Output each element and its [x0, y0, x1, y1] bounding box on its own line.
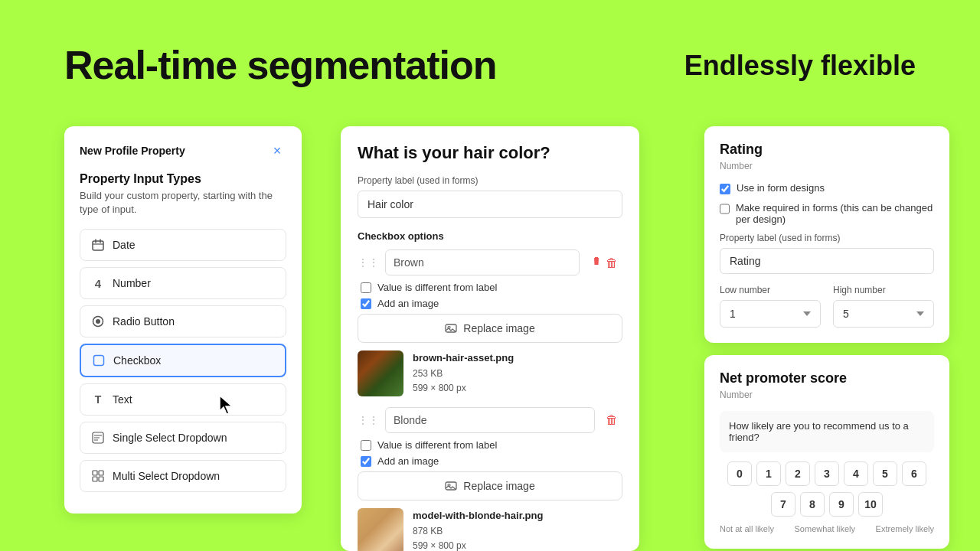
image-preview-2: model-with-blonde-hair.png 878 KB 599 × … — [358, 508, 622, 551]
low-number-select[interactable]: 1 2 3 — [720, 300, 821, 328]
delete-option1-button[interactable]: 🗑 — [586, 253, 622, 272]
type-item-number[interactable]: 4 Number — [80, 267, 286, 299]
option-row-brown: ⋮⋮ 🗑 Value is different from label Add a… — [358, 249, 622, 396]
nps-question: How likely are you to recommend us to a … — [720, 411, 934, 452]
low-number-col: Low number 1 2 3 — [720, 285, 821, 328]
number-icon: 4 — [91, 276, 105, 290]
property-label-text: Property label (used in forms) — [358, 175, 622, 186]
type-label-multi-dropdown: Multi Select Dropdown — [113, 470, 220, 482]
image-info-1: brown-hair-asset.png 253 KB 599 × 800 px — [413, 350, 514, 396]
nps-num-3[interactable]: 3 — [815, 461, 839, 486]
nps-numbers-row2: 7 8 9 10 — [720, 492, 934, 517]
high-number-label: High number — [833, 285, 934, 295]
type-label-radio: Radio Button — [113, 315, 175, 328]
type-item-multi-dropdown[interactable]: Multi Select Dropdown — [80, 460, 286, 492]
svg-rect-14 — [99, 477, 103, 481]
type-label-text: Text — [113, 393, 132, 406]
section-title: Property Input Types — [80, 172, 286, 186]
svg-rect-11 — [93, 471, 97, 475]
add-image-label-2: Add an image — [377, 455, 439, 467]
nps-num-6[interactable]: 6 — [902, 461, 926, 486]
type-item-radio[interactable]: Radio Button — [80, 305, 286, 337]
svg-rect-0 — [93, 241, 103, 250]
hair-color-input[interactable] — [358, 191, 622, 218]
img-size-1: 253 KB — [413, 367, 514, 381]
svg-rect-6 — [94, 356, 104, 366]
value-diff-checkbox-1[interactable] — [361, 282, 371, 293]
nps-label-mid: Somewhat likely — [795, 524, 855, 533]
rating-property-label-input[interactable] — [720, 248, 934, 274]
replace-image-label-2: Replace image — [463, 480, 534, 492]
type-label-number: Number — [113, 277, 151, 289]
nps-num-8[interactable]: 8 — [800, 492, 825, 517]
drag-handle-2[interactable]: ⋮⋮ — [358, 414, 379, 426]
image-info-2: model-with-blonde-hair.png 878 KB 599 × … — [413, 508, 543, 551]
delete-option2-button[interactable]: 🗑 — [601, 412, 622, 429]
type-item-checkbox[interactable]: Checkbox — [80, 344, 286, 377]
use-in-forms-checkbox[interactable] — [720, 184, 730, 194]
nps-num-1[interactable]: 1 — [756, 461, 781, 486]
blonde-hair-thumbnail — [358, 508, 403, 551]
add-image-label-1: Add an image — [377, 298, 439, 309]
replace-image-button-2[interactable]: Replace image — [358, 471, 622, 500]
nps-label-right: Extremely likely — [876, 524, 934, 533]
nps-num-10[interactable]: 10 — [858, 492, 883, 517]
close-button[interactable]: × — [268, 142, 286, 160]
type-label-checkbox: Checkbox — [113, 354, 161, 367]
nps-num-5[interactable]: 5 — [873, 461, 897, 486]
rating-type: Number — [720, 161, 934, 171]
nps-num-2[interactable]: 2 — [786, 461, 810, 486]
type-item-single-dropdown[interactable]: Single Select Dropdown — [80, 422, 286, 454]
nps-labels: Not at all likely Somewhat likely Extrem… — [720, 524, 934, 533]
svg-point-5 — [96, 319, 100, 324]
make-required-checkbox[interactable] — [720, 204, 730, 214]
nps-numbers-row1: 0 1 2 3 4 5 6 — [720, 461, 934, 486]
high-number-select[interactable]: 3 4 5 6 7 8 9 10 — [833, 300, 934, 328]
nps-num-0[interactable]: 0 — [727, 461, 752, 486]
page-title: Real-time segmentation — [64, 42, 497, 88]
value-diff-checkbox-2[interactable] — [361, 440, 371, 451]
img-size-2: 878 KB — [413, 524, 543, 539]
high-number-col: High number 3 4 5 6 7 8 9 10 — [833, 285, 934, 328]
type-label-single-dropdown: Single Select Dropdown — [113, 432, 227, 444]
single-dropdown-icon — [91, 431, 105, 445]
panel-title: New Profile Property — [80, 145, 185, 157]
type-item-date[interactable]: Date — [80, 229, 286, 261]
low-number-label: Low number — [720, 285, 821, 295]
make-required-row: Make required in forms (this can be chan… — [720, 202, 934, 225]
multi-dropdown-icon — [91, 469, 105, 483]
brown-hair-thumbnail — [358, 350, 403, 396]
value-diff-label-2: Value is different from label — [377, 439, 497, 451]
radio-icon — [91, 315, 105, 328]
use-in-forms-label: Use in form designs — [737, 182, 825, 194]
use-in-forms-row: Use in form designs — [720, 182, 934, 194]
page-subtitle: Endlessly flexible — [684, 50, 916, 82]
add-image-checkbox-1[interactable] — [361, 298, 371, 309]
rating-title: Rating — [720, 142, 934, 158]
text-icon: T — [91, 393, 105, 406]
img-name-2: model-with-blonde-hair.png — [413, 508, 543, 524]
option1-input[interactable] — [385, 249, 580, 276]
nps-num-9[interactable]: 9 — [829, 492, 854, 517]
nps-num-4[interactable]: 4 — [844, 461, 868, 486]
middle-panel: What is your hair color? Property label … — [341, 126, 639, 551]
drag-handle-1[interactable]: ⋮⋮ — [358, 256, 379, 269]
svg-rect-12 — [99, 471, 103, 475]
checkbox-options-label: Checkbox options — [358, 230, 622, 242]
nps-num-7[interactable]: 7 — [771, 492, 795, 517]
range-row: Low number 1 2 3 High number 3 4 5 6 7 8… — [720, 285, 934, 328]
svg-rect-13 — [93, 477, 97, 481]
nps-type: Number — [720, 390, 934, 400]
value-diff-label-1: Value is different from label — [377, 282, 497, 293]
option2-input[interactable] — [385, 407, 595, 433]
option-row-blonde: ⋮⋮ 🗑 Value is different from label Add a… — [358, 407, 622, 551]
question-title: What is your hair color? — [358, 143, 622, 163]
type-item-text[interactable]: T Text — [80, 383, 286, 416]
rating-property-label-text: Property label (used in forms) — [720, 233, 934, 243]
image-preview-1: brown-hair-asset.png 253 KB 599 × 800 px — [358, 350, 622, 396]
nps-card: Net promoter score Number How likely are… — [704, 355, 949, 549]
img-dimensions-2: 599 × 800 px — [413, 539, 543, 551]
make-required-label: Make required in forms (this can be chan… — [736, 202, 934, 225]
replace-image-button-1[interactable]: Replace image — [358, 314, 622, 343]
add-image-checkbox-2[interactable] — [361, 456, 371, 467]
